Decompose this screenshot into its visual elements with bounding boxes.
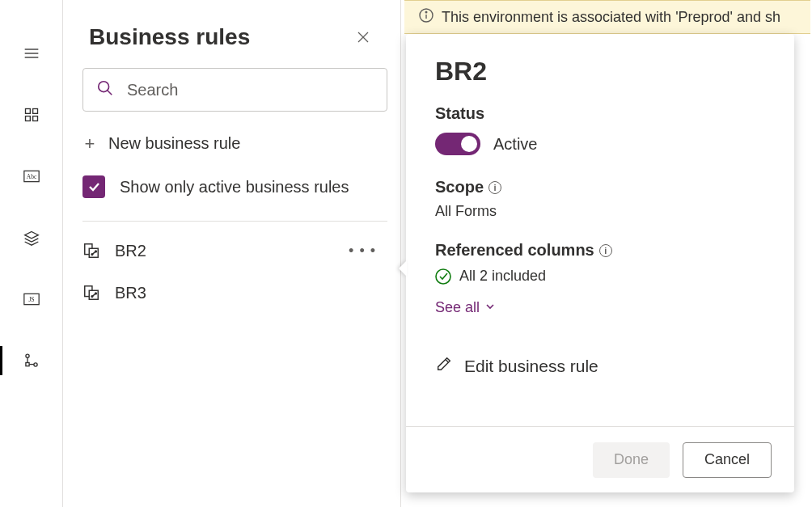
- hamburger-icon[interactable]: [0, 23, 63, 84]
- rule-name-label: BR3: [115, 284, 146, 302]
- list-item[interactable]: BR3: [63, 272, 400, 314]
- js-icon[interactable]: JS: [0, 268, 63, 330]
- referenced-columns-label: Referenced columnsi: [435, 241, 765, 260]
- process-flow-icon[interactable]: [0, 330, 63, 391]
- search-input[interactable]: [82, 68, 387, 112]
- info-icon[interactable]: i: [488, 181, 501, 194]
- scope-value: All Forms: [435, 203, 765, 220]
- see-all-label: See all: [435, 299, 480, 316]
- chevron-down-icon: [484, 299, 496, 316]
- abc-icon[interactable]: Abc: [0, 146, 63, 207]
- rule-icon: [82, 284, 100, 302]
- svg-line-18: [108, 91, 112, 95]
- svg-text:JS: JS: [28, 296, 34, 303]
- edit-label: Edit business rule: [464, 357, 598, 376]
- new-business-rule-label: New business rule: [108, 134, 240, 153]
- apps-icon[interactable]: [0, 84, 63, 146]
- cancel-button[interactable]: Cancel: [683, 442, 772, 478]
- list-item[interactable]: BR2 • • •: [63, 230, 400, 272]
- included-row: All 2 included: [435, 268, 765, 285]
- svg-point-31: [425, 11, 427, 13]
- svg-point-14: [33, 363, 36, 366]
- search-field[interactable]: [127, 81, 374, 99]
- check-circle-icon: [435, 268, 451, 285]
- show-active-label: Show only active business rules: [120, 178, 349, 196]
- rule-icon: [82, 242, 100, 260]
- search-icon: [96, 79, 114, 100]
- svg-point-17: [99, 82, 109, 92]
- layers-icon[interactable]: [0, 207, 63, 268]
- svg-rect-4: [32, 109, 37, 114]
- pencil-icon: [435, 355, 453, 377]
- plus-icon: +: [82, 135, 97, 153]
- left-rail: Abc JS: [0, 0, 63, 507]
- environment-banner: This environment is associated with 'Pre…: [404, 0, 810, 34]
- rule-name-label: BR2: [115, 242, 146, 260]
- info-icon[interactable]: i: [599, 244, 612, 257]
- svg-line-33: [446, 360, 449, 363]
- card-title: BR2: [435, 57, 765, 87]
- see-all-button[interactable]: See all: [435, 299, 765, 316]
- rule-list: BR2 • • • BR3: [63, 230, 400, 314]
- business-rules-panel: Business rules + New business rule Show …: [63, 0, 401, 507]
- info-icon: [419, 8, 433, 27]
- scope-label: Scopei: [435, 178, 765, 196]
- rule-details-card: BR2 Status Active Scopei All Forms Refer…: [406, 34, 794, 492]
- status-value: Active: [493, 135, 537, 154]
- panel-title: Business rules: [89, 24, 250, 50]
- svg-rect-3: [25, 109, 30, 114]
- done-button: Done: [593, 442, 670, 478]
- banner-text: This environment is associated with 'Pre…: [442, 9, 780, 26]
- svg-rect-13: [25, 363, 28, 366]
- svg-marker-9: [24, 232, 38, 239]
- status-toggle[interactable]: [435, 133, 480, 155]
- svg-rect-5: [25, 116, 30, 121]
- more-icon[interactable]: • • •: [349, 243, 376, 260]
- svg-text:Abc: Abc: [26, 173, 36, 180]
- show-active-checkbox[interactable]: [82, 175, 105, 198]
- svg-point-12: [25, 354, 28, 357]
- svg-point-32: [436, 269, 450, 284]
- edit-business-rule-button[interactable]: Edit business rule: [435, 355, 765, 377]
- status-label: Status: [435, 104, 765, 123]
- included-text: All 2 included: [459, 268, 546, 285]
- new-business-rule-button[interactable]: + New business rule: [82, 134, 387, 153]
- svg-rect-6: [32, 116, 37, 121]
- close-icon[interactable]: [350, 24, 376, 50]
